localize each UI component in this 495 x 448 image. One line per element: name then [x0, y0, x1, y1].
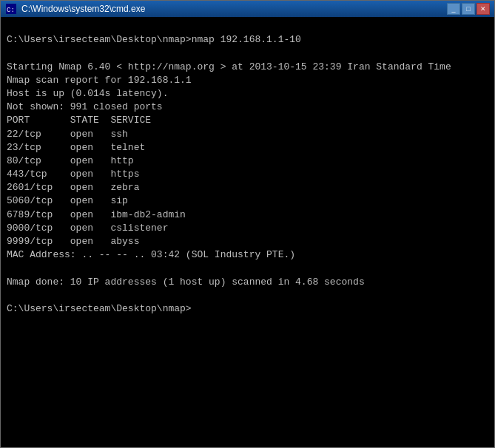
window-title: C:\Windows\system32\cmd.exe [21, 4, 447, 14]
cmd-icon: C: [5, 3, 17, 15]
terminal-line: Not shown: 991 closed ports [7, 101, 488, 114]
terminal-line [7, 289, 488, 302]
terminal-line: PORT STATE SERVICE [7, 114, 488, 127]
terminal-line: 9999/tcp open abyss [7, 235, 488, 248]
title-bar: C: C:\Windows\system32\cmd.exe _ □ ✕ [1, 1, 494, 17]
window-container: C: C:\Windows\system32\cmd.exe _ □ ✕ C:\… [0, 0, 495, 448]
terminal-line: Nmap done: 10 IP addresses (1 host up) s… [7, 276, 488, 289]
minimize-button[interactable]: _ [447, 3, 460, 15]
terminal-line [7, 20, 488, 33]
close-button[interactable]: ✕ [477, 3, 490, 15]
maximize-button[interactable]: □ [462, 3, 475, 15]
terminal-line: 9000/tcp open cslistener [7, 222, 488, 235]
terminal-line: 2601/tcp open zebra [7, 181, 488, 194]
terminal-line: Nmap scan report for 192.168.1.1 [7, 74, 488, 87]
terminal-line: MAC Address: .. -- -- .. 03:42 (SOL Indu… [7, 248, 488, 262]
terminal-line: Host is up (0.014s latency). [7, 87, 488, 101]
cmd-window: C: C:\Windows\system32\cmd.exe _ □ ✕ C:\… [0, 0, 495, 448]
terminal-body[interactable]: C:\Users\irsecteam\Desktop\nmap>nmap 192… [1, 17, 494, 447]
terminal-line: 80/tcp open http [7, 155, 488, 168]
svg-text:C:: C: [7, 7, 15, 14]
terminal-line: 23/tcp open telnet [7, 141, 488, 155]
window-controls: _ □ ✕ [447, 3, 490, 15]
terminal-line [7, 47, 488, 60]
terminal-line: 443/tcp open https [7, 168, 488, 181]
terminal-line: C:\Users\irsecteam\Desktop\nmap> [7, 302, 488, 316]
terminal-line: 5060/tcp open sip [7, 194, 488, 208]
terminal-line: 22/tcp open ssh [7, 128, 488, 141]
terminal-line: C:\Users\irsecteam\Desktop\nmap>nmap 192… [7, 33, 488, 47]
terminal-line: Starting Nmap 6.40 < http://nmap.org > a… [7, 61, 488, 74]
terminal-line: 6789/tcp open ibm-db2-admin [7, 208, 488, 222]
terminal-line [7, 262, 488, 275]
